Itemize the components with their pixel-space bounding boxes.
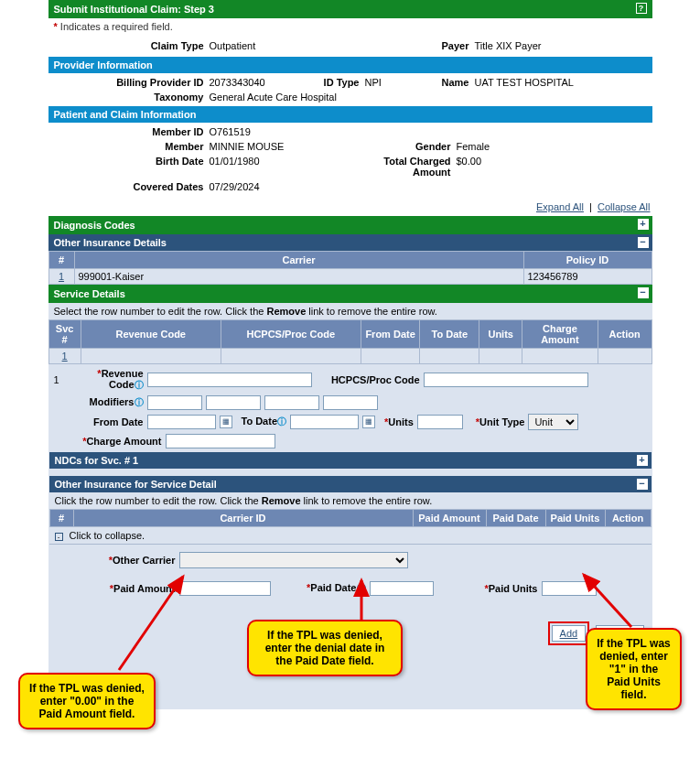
from-date-input[interactable] (147, 415, 216, 429)
paid-units-label: Paid Units (489, 583, 538, 594)
row-number-link[interactable]: 1 (62, 351, 68, 362)
claim-type-value: Outpatient (210, 40, 356, 51)
service-table: Svc # Revenue Code HCPCS/Proc Code From … (48, 319, 652, 364)
other-insurance-table: # Carrier Policy ID 1 999001-Kaiser 1234… (48, 251, 652, 285)
help-icon[interactable]: ? (636, 3, 647, 14)
col-action: Action (605, 510, 651, 527)
other-carrier-select[interactable] (179, 552, 408, 568)
to-date-label: To Date (242, 416, 278, 427)
payer-value: Title XIX Payer (475, 40, 647, 51)
info-icon[interactable]: ⓘ (357, 583, 366, 593)
col-paiddate: Paid Date (486, 510, 545, 527)
collapse-square-icon[interactable]: - (55, 533, 63, 541)
info-icon[interactable]: ⓘ (277, 416, 286, 427)
charge-amount-input[interactable] (166, 434, 275, 448)
diagnosis-heading[interactable]: Diagnosis Codes + (48, 216, 652, 234)
expand-icon[interactable]: + (637, 455, 648, 466)
ois-table: # Carrier ID Paid Amount Paid Date Paid … (49, 509, 652, 527)
provider-heading: Provider Information (48, 57, 652, 73)
carrier-cell: 999001-Kaiser (74, 269, 523, 285)
info-icon[interactable]: ⓘ (135, 397, 144, 407)
unit-type-label: Unit Type (479, 416, 524, 427)
ois-detail-heading[interactable]: Other Insurance for Service Detail − (49, 476, 652, 492)
member-label: Member (54, 141, 210, 152)
page-title: Submit Institutional Claim: Step 3 (54, 4, 214, 15)
form-row-num: 1 (54, 374, 67, 385)
birth-value: 01/01/1980 (210, 156, 365, 178)
col-to: To Date (420, 320, 479, 349)
col-charge: Charge Amount (522, 320, 598, 349)
hcpcs-input[interactable] (424, 373, 588, 387)
col-carrier: Carrier (74, 252, 523, 269)
service-instruction: Select the row number to edit the row. C… (48, 303, 652, 319)
service-heading[interactable]: Service Details − (48, 285, 652, 303)
gender-label: Gender (365, 141, 457, 152)
provider-name-value: UAT TEST HOSPITAL (475, 77, 647, 88)
col-num: # (49, 510, 73, 527)
modifier-input-4[interactable] (323, 395, 378, 410)
col-action: Action (598, 320, 652, 349)
from-date-label: From Date (93, 416, 143, 427)
collapse-all-link[interactable]: Collapse All (598, 201, 650, 212)
policy-cell: 123456789 (523, 269, 652, 285)
covered-value: 07/29/2024 (210, 181, 647, 192)
revenue-code-input[interactable] (147, 373, 312, 387)
expand-all-link[interactable]: Expand All (536, 201, 584, 212)
modifier-input-3[interactable] (264, 395, 319, 410)
taxonomy-value: General Acute Care Hospital (210, 92, 647, 103)
billing-id-label: Billing Provider ID (54, 77, 210, 88)
click-collapse-row[interactable]: - Click to collapse. (49, 527, 652, 545)
birth-label: Birth Date (54, 156, 210, 178)
billing-id-value: 2073343040 (210, 77, 301, 88)
ndc-heading[interactable]: NDCs for Svc. # 1 + (49, 452, 652, 469)
expand-icon[interactable]: + (638, 219, 649, 230)
table-row: 1 (48, 349, 652, 364)
callout-paid-units: If the TPL was denied, enter "1" in the … (586, 628, 682, 710)
collapse-icon[interactable]: − (637, 479, 648, 490)
callout-paid-date: If the TPL was denied, enter the denial … (247, 620, 403, 676)
info-icon[interactable]: ⓘ (135, 380, 144, 390)
other-carrier-label: Other Carrier (113, 555, 175, 566)
patient-heading: Patient and Claim Information (48, 106, 652, 123)
required-note: * Indicates a required field. (48, 18, 652, 35)
col-units: Units (479, 320, 522, 349)
taxonomy-label: Taxonomy (54, 92, 210, 103)
paid-amount-input[interactable] (179, 581, 271, 596)
paid-units-input[interactable] (542, 581, 597, 596)
modifier-input-1[interactable] (147, 395, 202, 410)
callout-paid-amount: If the TPL was denied, enter "0.00" in t… (18, 673, 156, 729)
collapse-icon[interactable]: − (638, 287, 649, 298)
paid-date-input[interactable] (370, 581, 434, 596)
col-svc-num: Svc # (48, 320, 81, 349)
ois-add-button[interactable]: Add (552, 625, 587, 642)
modifier-input-2[interactable] (206, 395, 261, 410)
to-date-input[interactable] (290, 415, 359, 429)
col-num: # (48, 252, 74, 269)
modifiers-label: Modifiers (90, 396, 135, 407)
row-number-link[interactable]: 1 (59, 271, 64, 282)
col-from: From Date (361, 320, 420, 349)
collapse-icon[interactable]: − (638, 237, 649, 248)
unit-type-select[interactable]: Unit (528, 414, 578, 430)
ois-instruction: Click the row number to edit the row. Cl… (49, 492, 652, 509)
expand-collapse-bar: Expand All | Collapse All (48, 196, 652, 216)
col-paidamt: Paid Amount (413, 510, 486, 527)
col-carrier: Carrier ID (73, 510, 413, 527)
other-insurance-heading[interactable]: Other Insurance Details − (48, 234, 652, 251)
col-hcpcs: HCPCS/Proc Code (221, 320, 361, 349)
member-value: MINNIE MOUSE (210, 141, 365, 152)
member-id-value: O761519 (210, 126, 647, 137)
claim-type-label: Claim Type (54, 40, 210, 51)
calendar-icon[interactable]: ▦ (362, 416, 375, 428)
charged-label: Total Charged Amount (365, 156, 457, 178)
col-policy: Policy ID (523, 252, 652, 269)
units-input[interactable] (417, 415, 463, 429)
calendar-icon[interactable]: ▦ (220, 416, 232, 428)
charge-amount-label: Charge Amount (86, 436, 161, 447)
hcpcs-label: HCPCS/Proc Code (331, 374, 420, 385)
charged-value: $0.00 (457, 156, 647, 178)
payer-label: Payer (356, 40, 475, 51)
page-header: Submit Institutional Claim: Step 3 ? (48, 0, 652, 18)
units-label: Units (388, 416, 414, 427)
paid-date-label: Paid Date (310, 582, 356, 593)
